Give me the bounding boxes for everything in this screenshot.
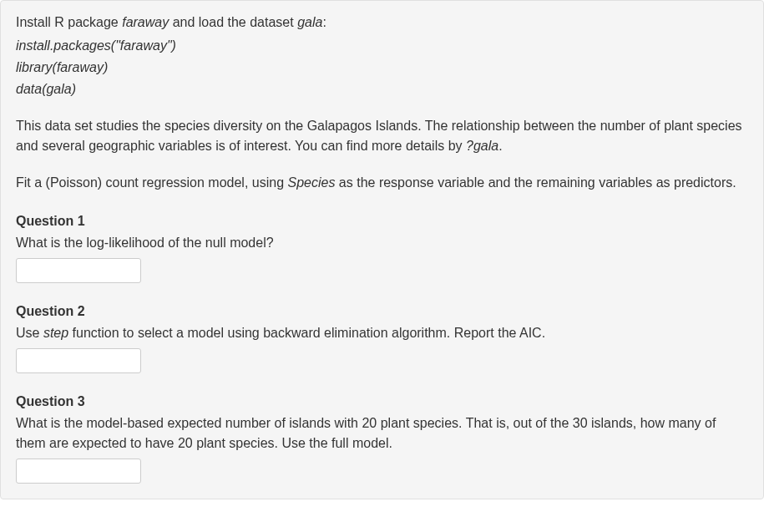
intro-text-part: Install R package (16, 15, 122, 29)
code-line-1: install.packages("faraway") (16, 36, 748, 56)
question-title: Question 2 (16, 301, 748, 322)
question-1: Question 1 What is the log-likelihood of… (16, 211, 748, 283)
package-name: faraway (122, 15, 169, 29)
dataset-name: gala (297, 15, 322, 29)
description-paragraph-1: This data set studies the species divers… (16, 116, 748, 156)
intro-text-part: and load the dataset (169, 15, 297, 29)
answer-input-3[interactable] (16, 459, 141, 484)
question-title: Question 1 (16, 211, 748, 231)
prompt-text: Use (16, 326, 43, 340)
prompt-text: What is the model-based expected number … (16, 416, 716, 450)
question-panel: Install R package faraway and load the d… (0, 0, 764, 499)
desc-text: . (498, 139, 502, 153)
intro-line-1: Install R package faraway and load the d… (16, 13, 748, 33)
question-3: Question 3 What is the model-based expec… (16, 392, 748, 484)
answer-input-1[interactable] (16, 258, 141, 283)
desc-text: Fit a (Poisson) count regression model, … (16, 175, 287, 190)
desc-text: as the response variable and the remaini… (335, 175, 736, 190)
help-command: ?gala (466, 139, 498, 153)
prompt-emph: step (43, 326, 68, 340)
desc-text: This data set studies the species divers… (16, 119, 742, 153)
question-prompt: Use step function to select a model usin… (16, 323, 748, 343)
question-prompt: What is the log-likelihood of the null m… (16, 233, 748, 253)
prompt-text: What is the log-likelihood of the null m… (16, 236, 274, 250)
prompt-text: function to select a model using backwar… (68, 326, 545, 340)
response-var: Species (287, 175, 335, 190)
question-2: Question 2 Use step function to select a… (16, 301, 748, 373)
description-paragraph-2: Fit a (Poisson) count regression model, … (16, 173, 748, 193)
code-line-2: library(faraway) (16, 58, 748, 78)
code-line-3: data(gala) (16, 79, 748, 99)
question-prompt: What is the model-based expected number … (16, 413, 748, 453)
answer-input-2[interactable] (16, 348, 141, 373)
question-title: Question 3 (16, 392, 748, 412)
intro-text-part: : (322, 15, 326, 29)
